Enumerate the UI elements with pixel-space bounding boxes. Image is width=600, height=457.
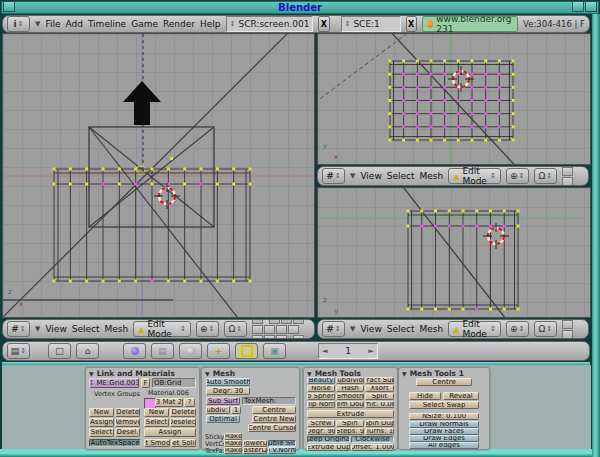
frame-number-field[interactable]: ◄ 1 ►: [318, 343, 378, 359]
menu-render[interactable]: Render: [163, 19, 195, 29]
menu-select[interactable]: Select: [387, 171, 415, 181]
menu-mesh[interactable]: Mesh: [420, 171, 444, 181]
logic-icon[interactable]: [123, 343, 146, 359]
layer-cell[interactable]: [276, 325, 287, 334]
panel-collapse-icon[interactable]: ▼: [89, 370, 94, 377]
layer-cell[interactable]: [281, 319, 292, 324]
vgroup-delete-button[interactable]: Delete: [115, 408, 140, 417]
header-collapse-icon[interactable]: ▼: [35, 325, 40, 333]
frame-right-arrow[interactable]: ►: [369, 347, 374, 355]
no-vnormal-flip-toggle[interactable]: No V.Normal: [268, 447, 296, 454]
window-close-button[interactable]: [585, 1, 597, 12]
menu-help[interactable]: Help: [200, 19, 221, 29]
to-sphere-button[interactable]: To Sphere: [307, 393, 335, 400]
screen-selector[interactable]: ↕ SCR:screen.001: [226, 16, 314, 32]
draw-faces-toggle[interactable]: Draw Faces: [409, 428, 479, 435]
double-sided-toggle[interactable]: Double Sided: [268, 440, 296, 447]
draw-type-button[interactable]: ⊕↕: [506, 168, 529, 184]
window-minimize-button[interactable]: [572, 1, 584, 12]
screen-delete-button[interactable]: X: [318, 16, 329, 32]
scene-selector[interactable]: ↕ SCE:1: [341, 16, 401, 32]
menu-game[interactable]: Game: [131, 19, 158, 29]
layer-cell[interactable]: [293, 319, 304, 324]
layer-buttons[interactable]: [252, 319, 310, 339]
editor-type-button[interactable]: #↕: [322, 321, 345, 337]
turns-field[interactable]: Turns: 1: [365, 428, 394, 435]
menu-mesh[interactable]: Mesh: [105, 324, 129, 334]
layer-cell[interactable]: [252, 325, 263, 334]
manipulator-arrow[interactable]: [123, 81, 161, 125]
menu-file[interactable]: File: [45, 19, 60, 29]
steps-field[interactable]: Steps: 9: [336, 428, 364, 435]
draw-normals-toggle[interactable]: Draw Normals: [409, 421, 479, 428]
centre-button[interactable]: Centre: [252, 406, 296, 414]
spin-button[interactable]: Spin: [336, 420, 364, 427]
viewport-front[interactable]: z x: [2, 33, 315, 318]
menu-view[interactable]: View: [45, 324, 66, 334]
layer-cell[interactable]: [288, 325, 299, 334]
beauty-toggle[interactable]: Beauty: [307, 377, 335, 384]
vgroup-new-button[interactable]: New: [89, 408, 114, 417]
screw-button[interactable]: Screw: [307, 420, 335, 427]
scene-icon[interactable]: ▣: [263, 343, 286, 359]
menu-view[interactable]: View: [360, 324, 381, 334]
frame-left-arrow[interactable]: ◄: [322, 347, 327, 355]
window-bottom-border[interactable]: [0, 449, 592, 457]
object-icon[interactable]: +: [207, 343, 230, 359]
scene-delete-button[interactable]: X: [406, 16, 417, 32]
layer-cell[interactable]: [293, 335, 304, 340]
faster-draw-button[interactable]: FasterDr: [243, 447, 267, 454]
noise-button[interactable]: Noise: [307, 385, 335, 392]
layer-cell[interactable]: [264, 335, 275, 340]
viewport-side[interactable]: z y: [317, 187, 591, 318]
fake-user-button[interactable]: F: [141, 378, 150, 388]
flip-normals-button[interactable]: Flip Norm: [307, 401, 335, 408]
blender-org-badge[interactable]: www.blender.org 231: [422, 16, 518, 32]
material-delete-button[interactable]: Delete: [170, 408, 196, 417]
sticky-make-button[interactable]: Make: [224, 433, 242, 440]
window-titlebar[interactable]: Blender: [1, 1, 599, 14]
layer-cell[interactable]: [252, 335, 263, 340]
header-collapse-icon[interactable]: ▼: [350, 325, 355, 333]
all-edges-toggle[interactable]: All edges: [409, 442, 479, 449]
limit-field[interactable]: Limit: 0.001: [365, 401, 394, 408]
mode-dropdown[interactable]: ▲Edit Mode↕: [133, 321, 191, 337]
layer-buttons[interactable]: [562, 319, 584, 339]
menu-mesh[interactable]: Mesh: [420, 324, 444, 334]
extrude-dup-button[interactable]: Extrude Dup: [307, 444, 350, 451]
layer-cell[interactable]: [562, 177, 573, 186]
viewport-side-canvas[interactable]: z y: [318, 188, 591, 318]
vgroup-deselect-button[interactable]: Desel.: [115, 428, 140, 437]
shading-icon[interactable]: [179, 343, 202, 359]
object-name-field[interactable]: OB:Grid: [152, 378, 196, 388]
viewport-top[interactable]: x y: [317, 33, 591, 165]
window-type-button[interactable]: i↕: [7, 16, 30, 32]
menu-add[interactable]: Add: [65, 19, 82, 29]
menu-select[interactable]: Select: [387, 324, 415, 334]
header-collapse-icon[interactable]: ▼: [350, 172, 355, 180]
hide-button[interactable]: Hide: [409, 392, 441, 400]
spin-dup-button[interactable]: Spin Dup: [365, 420, 394, 427]
material-assign-button[interactable]: Assign: [144, 428, 196, 437]
material-index-spinner[interactable]: 3 Mat 2: [155, 398, 183, 407]
window-menu-button[interactable]: [3, 1, 15, 12]
layer-cell[interactable]: [269, 319, 280, 324]
vertcol-make-button[interactable]: Make: [224, 440, 242, 447]
draw-type-button[interactable]: ⊕↕: [196, 321, 219, 337]
texface-make-button[interactable]: Make: [224, 447, 242, 454]
split-button[interactable]: Split: [365, 393, 394, 400]
degr-field[interactable]: Degr: 30: [206, 387, 250, 395]
subdiv-render-field[interactable]: 1: [231, 406, 241, 414]
panel-collapse-icon[interactable]: ▼: [402, 370, 407, 377]
menu-select[interactable]: Select: [72, 324, 100, 334]
layer-cell[interactable]: [252, 319, 263, 324]
select-swap-button[interactable]: Select Swap: [409, 401, 479, 409]
texmesh-field[interactable]: TexMesh:: [242, 397, 296, 405]
layer-cell[interactable]: [276, 335, 287, 340]
set-smooth-button[interactable]: Set Smooth: [144, 439, 170, 447]
layer-buttons[interactable]: [562, 166, 584, 186]
layer-cell[interactable]: [562, 330, 573, 339]
draw-type-button[interactable]: ⊕↕: [506, 321, 529, 337]
layer-cell[interactable]: [562, 320, 573, 329]
menu-timeline[interactable]: Timeline: [88, 19, 126, 29]
